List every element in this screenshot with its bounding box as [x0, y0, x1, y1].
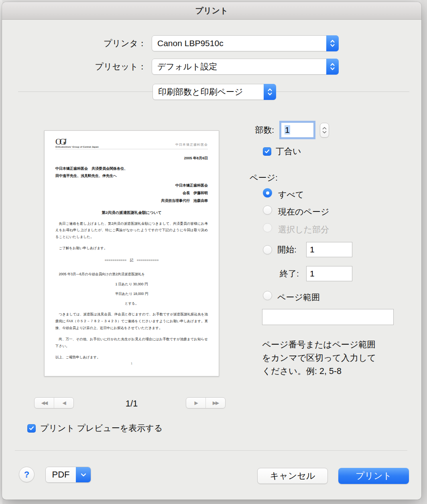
chevron-up-down-icon [326, 59, 339, 75]
recipient-line: 中日本矯正歯科医会 共済委員会関係各位、 [55, 165, 208, 172]
radio-pages-current[interactable] [263, 205, 272, 215]
sender-line: 会長 伊藤和明 [55, 189, 208, 197]
recipient-line: 田中進平先生、浅見勲先生、伴先生へ [55, 172, 208, 179]
cancel-button-label: キャンセル [270, 470, 315, 482]
collate-checkbox-row[interactable]: 丁合い [263, 146, 301, 157]
radio-pages-selection-label: 選択した部分 [278, 224, 329, 235]
preview-nav-forward-group: ▶ ▶▶ [186, 397, 226, 408]
print-button-label: プリント [356, 470, 392, 482]
preview-nav-back-group: ◀◀ ◀ [34, 397, 74, 408]
back-icon: ◀ [62, 400, 65, 406]
hint-line-2: をカンマで区切って入力して [262, 352, 376, 365]
print-preview-page: OGJ Orthodontists' Group of Central Japa… [44, 130, 219, 376]
pages-to-value: 1 [310, 269, 315, 278]
preset-select-value: デフォルト設定 [157, 59, 322, 74]
preset-select[interactable]: デフォルト設定 [152, 59, 339, 75]
pages-from-value: 1 [310, 245, 315, 254]
document-amount: 1 日あたり 30,000 円 [55, 282, 208, 287]
document-paragraph: つきましては、派遣医は浅見会員、伴会員と存じますので、お手数ですが派遣医謝礼振込… [55, 311, 208, 331]
copies-input-value: 1 [285, 125, 290, 134]
page-indicator: 1/1 [112, 398, 152, 409]
radio-pages-all[interactable] [263, 188, 272, 197]
print-button[interactable]: プリント [338, 468, 409, 484]
show-preview-checkbox-row[interactable]: プリント プレビューを表示する [27, 423, 163, 434]
dialog-title: プリント [195, 6, 228, 15]
pages-to-input[interactable]: 1 [306, 266, 352, 281]
settings-section-value: 印刷部数と印刷ページ [158, 84, 260, 100]
show-preview-label: プリント プレビューを表示する [40, 423, 163, 434]
document-amount: とする。 [55, 301, 208, 306]
document-paragraph: 以上、ご報告申しあげます。 [55, 354, 208, 361]
document-date: 2005 年8月6日 [55, 156, 208, 161]
printer-label: プリンタ： [58, 35, 146, 51]
pages-to-label: 終了: [280, 266, 299, 281]
cancel-button[interactable]: キャンセル [257, 468, 328, 484]
hint-line-1: ページ番号またはページ範囲 [262, 338, 376, 352]
first-page-button[interactable]: ◀◀ [35, 398, 54, 408]
last-page-button[interactable]: ▶▶ [205, 398, 225, 408]
preset-label: プリセット： [58, 59, 146, 75]
chevron-up-down-icon [264, 84, 276, 100]
radio-pages-all-label[interactable]: すべて [278, 189, 304, 200]
pages-from-label: 開始: [277, 242, 297, 257]
pages-label: ページ: [250, 172, 278, 183]
forward-icon: ▶ [194, 400, 197, 406]
document-paragraph: 2005 年3月―6月の今頭会員向けの第2共済派遣医謝礼を [55, 271, 208, 278]
dialog-titlebar: プリント [2, 2, 421, 20]
question-mark-icon: ? [24, 469, 29, 480]
check-icon [264, 149, 270, 154]
document-amount: 半日あたり 18,000 円 [55, 292, 208, 297]
page-range-input[interactable] [262, 309, 394, 325]
page-range-hint: ページ番号またはページ範囲 をカンマで区切って入力して ください。例: 2, 5… [262, 338, 376, 378]
sender-line: 中日本矯正歯科医会 [55, 182, 208, 189]
rewind-icon: ◀◀ [41, 400, 47, 406]
stepper-down-icon [322, 131, 327, 134]
next-page-button[interactable]: ▶ [186, 398, 205, 408]
copies-input[interactable]: 1 [281, 122, 314, 138]
document-org-name: 中日本矯正歯科医会 [175, 142, 208, 148]
settings-section-select[interactable]: 印刷部数と印刷ページ [152, 84, 276, 100]
document-subject: 第2共済の派遣医謝礼金額について [55, 210, 208, 215]
chevron-down-icon [76, 467, 91, 482]
logo-tagline: Orthodontists' Group of Central Japan [55, 146, 99, 148]
help-button[interactable]: ? [19, 467, 35, 482]
pages-from-input[interactable]: 1 [306, 242, 352, 257]
document-paragraph: 先日ご連絡を差し上げました、第2共済の派遣医謝礼金額につきまして、共済委員の皆様… [55, 220, 208, 240]
document-header: OGJ Orthodontists' Group of Central Japa… [55, 138, 208, 149]
document-logo: OGJ Orthodontists' Group of Central Japa… [55, 138, 99, 148]
sender-line: 共済担当理事代行 池森由幸 [55, 197, 208, 205]
logo-monogram: OGJ [55, 138, 99, 145]
copies-stepper[interactable] [320, 123, 329, 138]
printer-select-value: Canon LBP9510c [157, 36, 322, 51]
show-preview-checkbox[interactable] [27, 424, 36, 433]
fast-forward-icon: ▶▶ [213, 400, 218, 406]
check-icon [29, 426, 34, 431]
radio-pages-from[interactable] [263, 245, 272, 254]
pdf-menu-button[interactable]: PDF [45, 467, 91, 483]
printer-select[interactable]: Canon LBP9510c [152, 35, 339, 51]
document-page-number: 1 [45, 362, 219, 365]
radio-pages-selection [263, 223, 272, 232]
chevron-up-down-icon [326, 35, 339, 51]
document-paragraph: 尚、万一、その他、お手伝いに行かれた先生がお見えの場合にはお手数ですが池森までお… [55, 336, 208, 349]
print-dialog: プリント プリンタ： Canon LBP9510c プリセット： デフォルト設定… [2, 2, 421, 500]
document-recipients: 中日本矯正歯科医会 共済委員会関係各位、 田中進平先生、浅見勲先生、伴先生へ [55, 165, 208, 179]
document-paragraph: ご了解をお願い申しあげます。 [55, 245, 208, 252]
radio-page-range[interactable] [263, 291, 272, 300]
footer-divider [15, 450, 407, 451]
document-senders: 中日本矯正歯科医会 会長 伊藤和明 共済担当理事代行 池森由幸 [55, 182, 208, 205]
stepper-up-icon [322, 127, 327, 130]
previous-page-button[interactable]: ◀ [54, 398, 73, 408]
radio-pages-current-label[interactable]: 現在のページ [278, 206, 329, 217]
document-record-mark: =========== 記 =========== [55, 258, 208, 263]
collate-checkbox[interactable] [263, 147, 271, 156]
pdf-button-label: PDF [46, 467, 76, 482]
background-window-right [421, 0, 427, 504]
page-range-label[interactable]: ページ範囲 [277, 292, 320, 303]
hint-line-3: ください。例: 2, 5-8 [262, 365, 376, 378]
collate-label: 丁合い [276, 146, 301, 157]
